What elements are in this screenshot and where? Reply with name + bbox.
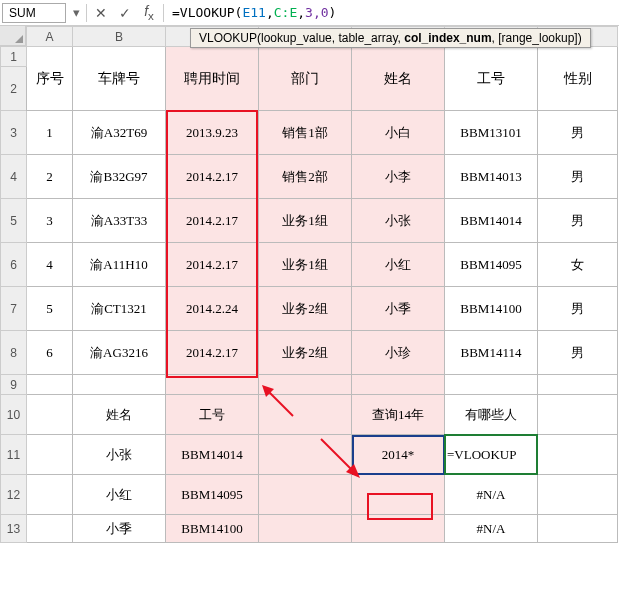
cell[interactable]: BBM14095 [166,475,259,515]
cell[interactable]: 男 [538,111,618,155]
accept-formula-icon[interactable]: ✓ [113,5,137,21]
cell[interactable]: 小珍 [352,331,445,375]
cell[interactable]: 小白 [352,111,445,155]
fx-icon[interactable]: fx [137,3,161,22]
cell[interactable] [73,375,166,395]
row-header[interactable]: 12 [1,475,27,515]
cell[interactable] [352,515,445,543]
cell[interactable]: 渝A32T69 [73,111,166,155]
cell[interactable] [538,395,618,435]
cell[interactable] [538,375,618,395]
name-box-dropdown-icon[interactable]: ▾ [68,5,84,20]
row-header[interactable]: 7 [1,287,27,331]
cell[interactable]: 查询14年 [352,395,445,435]
cell[interactable]: 工号 [166,395,259,435]
cell[interactable] [259,395,352,435]
row-header[interactable]: 1 [1,47,27,67]
cell[interactable]: 销售2部 [259,155,352,199]
cell[interactable] [259,375,352,395]
col-header[interactable]: B [73,27,166,47]
cell[interactable] [259,435,352,475]
cell[interactable]: BBM14114 [445,331,538,375]
row-header[interactable]: 8 [1,331,27,375]
cell[interactable] [259,515,352,543]
cell[interactable]: 车牌号 [73,47,166,111]
spreadsheet-grid[interactable]: A B C D E F G 1 序号 车牌号 聘用时间 部门 姓名 工号 性别 … [0,26,619,543]
cell[interactable]: 男 [538,331,618,375]
cell[interactable]: 2014.2.17 [166,199,259,243]
cell[interactable]: 2013.9.23 [166,111,259,155]
cell[interactable]: 工号 [445,47,538,111]
row-header[interactable]: 4 [1,155,27,199]
cell[interactable]: 1 [27,111,73,155]
cell[interactable]: 2 [27,155,73,199]
cell-f11-active[interactable]: =VLOOKUP [445,435,538,475]
row-header[interactable]: 3 [1,111,27,155]
cell[interactable] [445,375,538,395]
row-header[interactable]: 11 [1,435,27,475]
cell[interactable]: 女 [538,243,618,287]
cell[interactable]: 聘用时间 [166,47,259,111]
cell[interactable]: BBM14014 [166,435,259,475]
cell[interactable]: 渝A11H10 [73,243,166,287]
cell[interactable]: 小红 [352,243,445,287]
cell[interactable]: BBM14014 [445,199,538,243]
cell[interactable]: BBM14100 [166,515,259,543]
cell[interactable]: 小红 [73,475,166,515]
cell[interactable]: 2014.2.17 [166,243,259,287]
cell[interactable]: 部门 [259,47,352,111]
cell[interactable]: 5 [27,287,73,331]
cell[interactable]: 性别 [538,47,618,111]
cell[interactable]: BBM13101 [445,111,538,155]
row-header[interactable]: 13 [1,515,27,543]
name-box[interactable]: SUM [2,3,66,23]
cell[interactable]: 2014.2.17 [166,331,259,375]
cell[interactable]: 姓名 [352,47,445,111]
cell-e11[interactable]: 2014* [352,435,445,475]
cell[interactable] [166,375,259,395]
cell[interactable]: #N/A [445,475,538,515]
cell[interactable]: 序号 [27,47,73,111]
cell[interactable]: 3 [27,199,73,243]
cancel-formula-icon[interactable]: ✕ [89,5,113,21]
formula-input[interactable]: =VLOOKUP(E11,C:E,3,0) [166,3,619,22]
cell[interactable] [27,475,73,515]
cell[interactable]: 姓名 [73,395,166,435]
cell[interactable]: 男 [538,287,618,331]
cell[interactable]: 小季 [352,287,445,331]
cell[interactable]: 销售1部 [259,111,352,155]
cell[interactable]: 小季 [73,515,166,543]
cell[interactable]: 业务2组 [259,287,352,331]
cell[interactable]: 渝A33T33 [73,199,166,243]
cell[interactable]: 小李 [352,155,445,199]
cell[interactable]: 男 [538,199,618,243]
cell[interactable]: 业务2组 [259,331,352,375]
row-header[interactable]: 10 [1,395,27,435]
cell[interactable]: 业务1组 [259,243,352,287]
cell[interactable] [259,475,352,515]
row-header[interactable]: 6 [1,243,27,287]
cell[interactable]: 小张 [73,435,166,475]
cell[interactable]: 6 [27,331,73,375]
cell[interactable] [352,375,445,395]
cell[interactable]: #N/A [445,515,538,543]
cell[interactable] [27,515,73,543]
col-header[interactable]: A [27,27,73,47]
cell[interactable]: 小张 [352,199,445,243]
cell[interactable]: 业务1组 [259,199,352,243]
row-header[interactable]: 2 [1,67,27,111]
row-header[interactable]: 5 [1,199,27,243]
cell[interactable] [27,395,73,435]
cell[interactable] [27,435,73,475]
cell[interactable] [538,515,618,543]
cell[interactable] [538,435,618,475]
cell[interactable]: 渝CT1321 [73,287,166,331]
cell[interactable]: BBM14095 [445,243,538,287]
cell[interactable]: 渝B32G97 [73,155,166,199]
cell[interactable]: 渝AG3216 [73,331,166,375]
cell[interactable]: 2014.2.17 [166,155,259,199]
cell[interactable]: 男 [538,155,618,199]
cell[interactable]: 有哪些人 [445,395,538,435]
cell[interactable] [538,475,618,515]
cell[interactable] [352,475,445,515]
